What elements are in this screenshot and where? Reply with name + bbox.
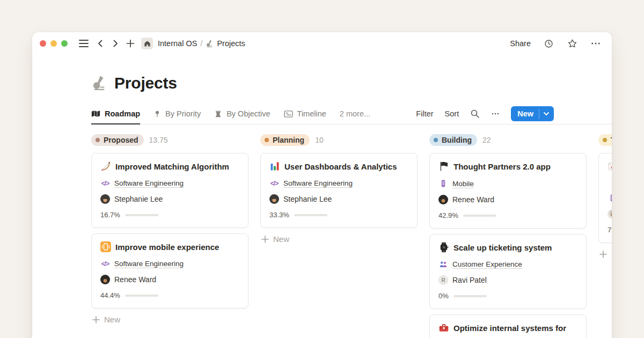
breadcrumb-workspace[interactable]: Internal OS bbox=[158, 39, 197, 48]
column-header: Testing bbox=[598, 133, 612, 146]
microscope-icon[interactable] bbox=[91, 75, 107, 91]
stephanie-lee-avatar bbox=[100, 194, 110, 204]
favorite-star-icon[interactable] bbox=[567, 38, 578, 49]
rook-icon bbox=[214, 110, 222, 118]
status-label: Planning bbox=[273, 136, 304, 144]
progress-row: 16.7% bbox=[100, 211, 239, 219]
project-card[interactable]: 75% bbox=[598, 153, 612, 243]
project-card[interactable]: User Dashboards & Analytics </> Software… bbox=[260, 153, 418, 228]
tab-label: By Priority bbox=[165, 109, 201, 118]
status-badge[interactable]: Testing bbox=[598, 134, 612, 146]
code-icon: </> bbox=[100, 180, 110, 187]
nav-forward-icon[interactable] bbox=[111, 39, 120, 48]
status-badge[interactable]: Planning bbox=[260, 134, 310, 146]
breadcrumb: Internal OS / Projects bbox=[158, 39, 245, 48]
sort-button[interactable]: Sort bbox=[445, 109, 459, 118]
view-tabs-bar: Roadmap By Priority By Objective Timelin… bbox=[91, 103, 612, 124]
close-window-button[interactable] bbox=[40, 40, 46, 47]
team-tag[interactable]: Mobile bbox=[452, 180, 474, 188]
status-badge[interactable]: Proposed bbox=[91, 134, 144, 146]
share-button[interactable]: Share bbox=[510, 39, 531, 48]
progress-label: 75% bbox=[608, 226, 612, 234]
owner-name[interactable]: Stephanie Lee bbox=[114, 195, 163, 203]
project-card[interactable]: Thought Partners 2.0 app Mobile Renee Wa… bbox=[429, 153, 587, 229]
column-header: Proposed 13.75 bbox=[91, 133, 248, 146]
project-card[interactable]: Improved Matching Algorithm </> Software… bbox=[91, 153, 248, 228]
tab-roadmap[interactable]: Roadmap bbox=[91, 103, 140, 124]
add-card-button[interactable]: New bbox=[599, 249, 612, 259]
team-tag[interactable]: Customer Experience bbox=[452, 260, 522, 268]
column-count: 13.75 bbox=[149, 136, 168, 144]
map-icon bbox=[91, 110, 100, 117]
renee-ward-avatar bbox=[438, 195, 448, 204]
progress-row: 44.4% bbox=[100, 291, 239, 299]
minimize-window-button[interactable] bbox=[50, 40, 57, 47]
column-planning: Planning 10 User Dashboards & Analytics … bbox=[260, 133, 418, 338]
tab-by-priority[interactable]: By Priority bbox=[153, 103, 201, 124]
traffic-lights bbox=[40, 40, 68, 47]
zoom-window-button[interactable] bbox=[61, 40, 68, 47]
bar-chart-icon bbox=[269, 161, 280, 172]
new-button[interactable]: New bbox=[511, 106, 554, 121]
new-page-icon[interactable] bbox=[126, 39, 135, 48]
card-title: User Dashboards & Analytics bbox=[284, 162, 397, 171]
progress-label: 42.9% bbox=[438, 211, 458, 219]
mobile-icon bbox=[438, 179, 448, 188]
project-card[interactable]: Optimize internal systems for bbox=[429, 314, 587, 338]
column-count: 10 bbox=[315, 136, 324, 144]
mobile-vibration-icon bbox=[100, 241, 111, 252]
team-tag[interactable]: Software Engineering bbox=[283, 179, 353, 187]
owner-name[interactable]: Ravi Patel bbox=[452, 276, 487, 284]
column-testing: Testing bbox=[598, 133, 612, 338]
status-label: Building bbox=[442, 136, 472, 144]
team-tag[interactable]: Software Engineering bbox=[114, 260, 184, 268]
kanban-board: Proposed 13.75 Improved Matching Algorit… bbox=[91, 133, 612, 338]
owner-name[interactable]: Renee Ward bbox=[114, 275, 156, 284]
team-tag[interactable]: Software Engineering bbox=[114, 179, 184, 187]
status-dot bbox=[96, 138, 100, 142]
search-icon[interactable] bbox=[470, 109, 480, 119]
home-icon[interactable] bbox=[141, 38, 153, 49]
add-card-button[interactable]: New bbox=[261, 234, 418, 244]
new-button-label[interactable]: New bbox=[511, 106, 539, 121]
card-title: Improved Matching Algorithm bbox=[115, 162, 229, 171]
owner-name[interactable]: Stephanie Lee bbox=[283, 195, 332, 203]
topbar-actions: Share bbox=[510, 38, 601, 49]
elder-avatar bbox=[608, 209, 612, 219]
nav-back-icon[interactable] bbox=[96, 39, 105, 48]
project-card[interactable]: Improve mobile experience </> Software E… bbox=[91, 233, 248, 308]
project-card[interactable]: Scale up ticketing system Customer Exper… bbox=[429, 234, 587, 309]
progress-label: 0% bbox=[438, 292, 449, 300]
pin-icon bbox=[153, 110, 161, 118]
tab-more-views[interactable]: 2 more... bbox=[340, 103, 370, 124]
history-clock-icon[interactable] bbox=[543, 38, 554, 49]
progress-row: 0% bbox=[438, 292, 577, 300]
sidebar-menu-icon[interactable] bbox=[79, 40, 89, 47]
more-options-icon[interactable] bbox=[590, 38, 601, 49]
view-controls: Filter Sort New bbox=[416, 106, 554, 121]
add-card-label: New bbox=[104, 315, 120, 324]
filter-button[interactable]: Filter bbox=[416, 109, 433, 118]
view-more-icon[interactable] bbox=[491, 109, 500, 118]
card-title: Optimize internal systems for bbox=[453, 324, 566, 333]
tab-label: 2 more... bbox=[340, 109, 370, 118]
tab-by-objective[interactable]: By Objective bbox=[214, 103, 270, 124]
card-title: Scale up ticketing system bbox=[453, 243, 552, 252]
tab-timeline[interactable]: Timeline bbox=[284, 103, 326, 124]
progress-bar bbox=[125, 295, 158, 297]
progress-bar bbox=[453, 295, 487, 297]
new-dropdown-button[interactable] bbox=[539, 109, 554, 119]
toolbox-icon bbox=[438, 322, 449, 333]
status-badge[interactable]: Building bbox=[429, 134, 477, 146]
window-topbar: Internal OS / Projects Share bbox=[32, 32, 612, 55]
love-letter-icon bbox=[608, 161, 612, 172]
owner-name[interactable]: Renee Ward bbox=[452, 195, 494, 204]
progress-bar bbox=[463, 215, 496, 217]
breadcrumb-page[interactable]: Projects bbox=[217, 39, 245, 48]
tab-label: Timeline bbox=[297, 109, 326, 118]
card-title: Thought Partners 2.0 app bbox=[453, 162, 551, 171]
watch-icon bbox=[438, 242, 449, 253]
add-card-label: New bbox=[273, 234, 289, 244]
add-card-label: New bbox=[611, 249, 612, 259]
add-card-button[interactable]: New bbox=[92, 315, 248, 324]
